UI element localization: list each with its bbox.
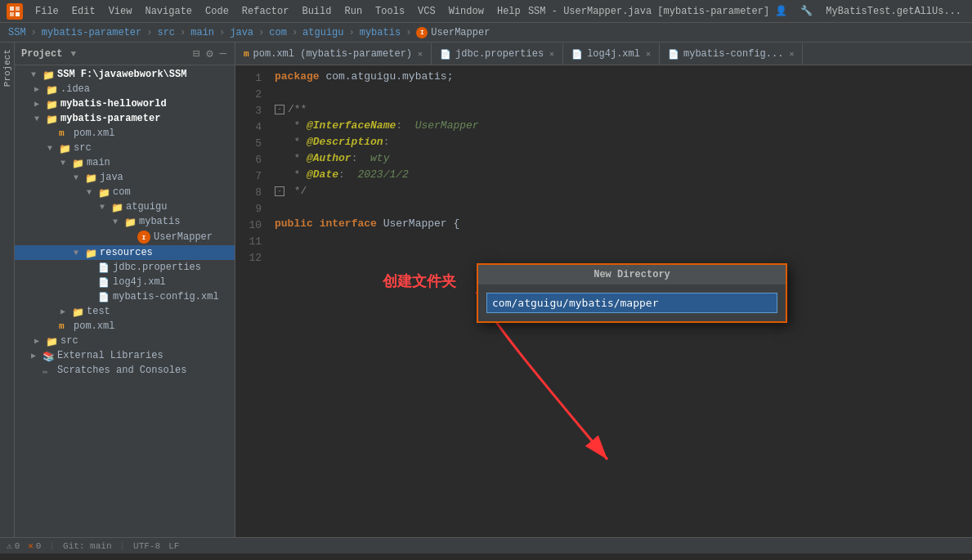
folder-icon-com: 📁	[98, 187, 110, 197]
tab-pom-close[interactable]: ✕	[418, 49, 423, 59]
tab-mybatis-config[interactable]: 📄 mybatis-config... ✕	[660, 43, 803, 65]
tree-item-ext-libs[interactable]: ▶ 📚 External Libraries	[15, 348, 235, 363]
label-ext-libs: External Libraries	[57, 350, 163, 361]
tab-log4j-label: log4j.xml	[587, 48, 640, 60]
menu-code[interactable]: Code	[199, 4, 235, 19]
fold-icon-8[interactable]: -	[275, 186, 284, 196]
menu-view[interactable]: View	[103, 4, 138, 19]
breadcrumb-java[interactable]: java	[230, 27, 253, 38]
label-scratches: Scratches and Consoles	[57, 365, 186, 376]
svg-rect-0	[10, 7, 14, 11]
arrow-ext-libs: ▶	[31, 351, 43, 361]
tree-item-java[interactable]: ▼ 📁 java	[15, 170, 235, 185]
menu-edit[interactable]: Edit	[66, 4, 101, 19]
tree-settings-icon[interactable]: ⚙	[204, 46, 214, 61]
status-bar: ⚠ 0 ✕ 0 | Git: main | UTF-8 LF	[0, 537, 972, 553]
settings-icon[interactable]: 🔧	[796, 3, 817, 19]
code-line-12	[275, 249, 972, 265]
tree-item-idea[interactable]: ▶ 📁 .idea	[15, 82, 235, 96]
code-line-10: public interface UserMapper {	[275, 216, 972, 232]
tree-item-src2[interactable]: ▶ 📁 src	[15, 334, 235, 348]
tree-item-test[interactable]: ▶ 📁 test	[15, 304, 235, 319]
tab-log4j[interactable]: 📄 log4j.xml ✕	[563, 43, 660, 65]
breadcrumb-com[interactable]: com	[269, 27, 287, 38]
git-icon[interactable]: 👤	[771, 3, 791, 19]
tree-item-atguigu[interactable]: ▼ 📁 atguigu	[15, 199, 235, 214]
tab-log4j-close[interactable]: ✕	[646, 49, 651, 59]
tree-item-com[interactable]: ▼ 📁 com	[15, 185, 235, 199]
arrow-test: ▶	[60, 307, 72, 316]
status-errors[interactable]: ✕ 0	[28, 540, 41, 551]
collapse-all-icon[interactable]: ⊟	[191, 46, 201, 61]
run-config[interactable]: MyBatisTest.getAllUs...	[822, 4, 965, 19]
arrow-src: ▼	[47, 144, 59, 153]
menu-navigate[interactable]: Navigate	[139, 4, 198, 19]
folder-icon-helloworld: 📁	[46, 99, 57, 109]
code-line-9	[275, 199, 972, 216]
arrow-ssm: ▼	[31, 70, 43, 79]
tree-item-helloworld[interactable]: ▶ 📁 mybatis-helloworld	[15, 96, 235, 111]
breadcrumb-module[interactable]: mybatis-parameter	[42, 27, 141, 38]
menu-refactor[interactable]: Refactor	[236, 4, 295, 19]
tab-jdbc[interactable]: 📄 jdbc.properties ✕	[432, 43, 563, 65]
tree-item-log4j[interactable]: 📄 log4j.xml	[15, 275, 235, 289]
new-directory-dialog: New Directory	[477, 263, 787, 323]
breadcrumb-atguigu[interactable]: atguigu	[302, 27, 343, 38]
tree-item-usermapper[interactable]: I UserMapper	[15, 229, 235, 245]
tree-item-ssm[interactable]: ▼ 📁 SSM F:\javawebwork\SSM	[15, 67, 235, 82]
warning-icon: ⚠	[7, 540, 12, 551]
tree-item-resources[interactable]: ▼ 📁 resources	[15, 245, 235, 260]
tree-item-scratches[interactable]: ✏️ Scratches and Consoles	[15, 363, 235, 378]
menu-build[interactable]: Build	[296, 4, 337, 19]
menu-window[interactable]: Window	[443, 4, 490, 19]
code-line-4: * @InterfaceName: UserMapper	[275, 118, 972, 134]
code-line-5: * @Description:	[275, 134, 972, 150]
code-line-6: * @Author: wty	[275, 150, 972, 167]
menu-run[interactable]: Run	[338, 4, 368, 19]
tree-item-jdbc[interactable]: 📄 jdbc.properties	[15, 260, 235, 275]
tab-jdbc-label: jdbc.properties	[455, 48, 544, 60]
breadcrumb-main[interactable]: main	[190, 27, 214, 38]
breadcrumb-ssm[interactable]: SSM	[8, 27, 26, 38]
tree-header-icons: ⊟ ⚙ —	[191, 46, 228, 61]
tree-item-pom-root[interactable]: m pom.xml	[15, 319, 235, 334]
menu-vcs[interactable]: VCS	[412, 4, 441, 19]
mybatis-config-icon: 📄	[98, 292, 110, 302]
tab-pom[interactable]: m pom.xml (mybatis-parameter) ✕	[235, 43, 432, 65]
arrow-atguigu: ▼	[100, 203, 111, 212]
tree-item-pom-param[interactable]: m pom.xml	[15, 126, 235, 141]
code-line-7: * @Date: 2023/1/2	[275, 167, 972, 183]
tree-item-parameter[interactable]: ▼ 📁 mybatis-parameter	[15, 111, 235, 126]
tab-jdbc-close[interactable]: ✕	[549, 49, 554, 59]
status-warnings[interactable]: ⚠ 0	[7, 540, 20, 551]
status-line-sep: LF	[168, 541, 179, 551]
tab-mybatis-config-close[interactable]: ✕	[789, 49, 794, 59]
menu-help[interactable]: Help	[491, 4, 526, 19]
arrow-parameter: ▼	[34, 114, 46, 123]
label-log4j: log4j.xml	[113, 276, 166, 288]
tree-item-mybatis-pkg[interactable]: ▼ 📁 mybatis	[15, 214, 235, 229]
label-atguigu: atguigu	[126, 201, 167, 213]
label-ssm: SSM F:\javawebwork\SSM	[57, 69, 186, 80]
fold-icon-3[interactable]: -	[275, 105, 284, 114]
status-git: Git: main	[63, 541, 111, 551]
menu-file[interactable]: File	[29, 4, 65, 19]
menu-tools[interactable]: Tools	[370, 4, 410, 19]
folder-icon-java: 📁	[85, 172, 96, 182]
folder-icon-main: 📁	[72, 158, 83, 168]
label-mybatis-pkg: mybatis	[139, 216, 180, 227]
tree-item-src[interactable]: ▼ 📁 src	[15, 141, 235, 155]
breadcrumb-src[interactable]: src	[157, 27, 175, 38]
arrow-src2: ▶	[34, 336, 46, 346]
tree-item-main[interactable]: ▼ 📁 main	[15, 155, 235, 170]
tree-item-mybatis-config[interactable]: 📄 mybatis-config.xml	[15, 289, 235, 304]
new-directory-input[interactable]	[486, 293, 777, 313]
tab-pom-label: pom.xml (mybatis-parameter)	[253, 48, 412, 60]
label-resources: resources	[100, 247, 153, 258]
project-view-options: ▼	[70, 49, 76, 59]
project-sidebar-tab[interactable]: Project	[0, 43, 15, 537]
svg-rect-2	[10, 12, 14, 16]
breadcrumb-mybatis[interactable]: mybatis	[360, 27, 401, 38]
status-encoding: UTF-8	[133, 541, 160, 551]
tree-close-icon[interactable]: —	[218, 46, 228, 61]
